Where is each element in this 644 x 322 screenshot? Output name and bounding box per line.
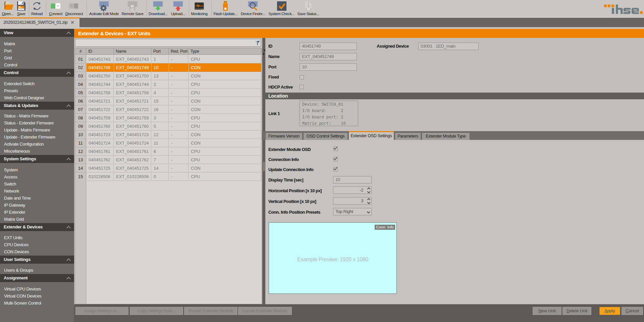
- svg-text:ZIP: ZIP: [307, 8, 310, 10]
